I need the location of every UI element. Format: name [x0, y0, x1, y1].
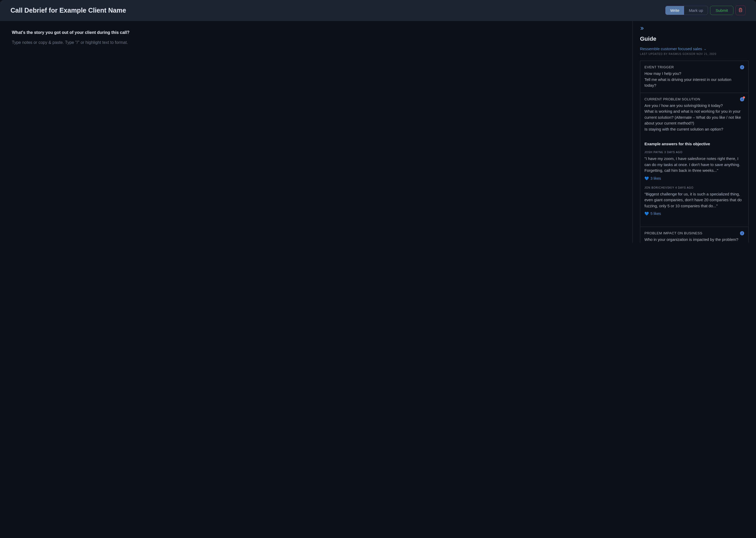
guide-link-label: Ressemble customer focused sales — [640, 46, 702, 51]
info-icon[interactable]: i — [740, 65, 744, 69]
card-text: What is working and what is not working … — [644, 108, 744, 126]
header-actions: Write Mark up Submit — [665, 6, 745, 15]
editor-prompt: What's the story you got out of your cli… — [12, 30, 621, 35]
example-item: JON BORICHEVSKIY 4 DAYS AGO "Biggest cha… — [644, 186, 744, 216]
main-content: What's the story you got out of your cli… — [0, 21, 756, 243]
chevron-down-icon: ⌄ — [704, 47, 706, 51]
info-icon[interactable]: i — [740, 231, 744, 235]
example-meta: JON BORICHEVSKIY 4 DAYS AGO — [644, 186, 744, 189]
card-label: CURRENT PROBLEM SOLUTION — [644, 97, 744, 101]
guide-meta: LAST UPDATED BY RASMUS GOKSOR NOV 21, 20… — [640, 53, 749, 55]
likes-button[interactable]: 💙 3 likes — [644, 176, 744, 181]
guide-title: Guide — [640, 35, 749, 42]
example-quote: "Biggest challenge for us, it is such a … — [644, 191, 744, 209]
heart-icon: 💙 — [644, 211, 649, 216]
page-title: Call Debrief for Example Client Name — [11, 7, 126, 14]
guide-card-problem-impact[interactable]: PROBLEM IMPACT ON BUSINESS Who in your o… — [640, 227, 749, 243]
card-label: EVENT TRIGGER — [644, 65, 744, 69]
card-text: Tell me what is driving your interest in… — [644, 77, 744, 88]
tab-write[interactable]: Write — [665, 6, 684, 15]
guide-sales-link[interactable]: Ressemble customer focused sales ⌄ — [640, 46, 749, 51]
card-text: How may I help you? — [644, 71, 744, 77]
tab-group: Write Mark up — [665, 6, 708, 15]
likes-button[interactable]: 💙 5 likes — [644, 211, 744, 216]
card-text: Are you / how are you solving/doing it t… — [644, 103, 744, 109]
example-item: JOSH PAYNE 3 DAYS AGO "I have my zoom, I… — [644, 151, 744, 181]
guide-card-current-problem[interactable]: CURRENT PROBLEM SOLUTION Are you / how a… — [640, 93, 749, 136]
example-quote: "I have my zoom, I have salesforce notes… — [644, 156, 744, 174]
submit-button[interactable]: Submit — [710, 6, 733, 15]
delete-button[interactable] — [735, 6, 745, 15]
examples-title: Example answers for this objective — [644, 141, 744, 146]
examples-section: Example answers for this objective JOSH … — [640, 136, 749, 227]
card-text: Is staying with the current solution an … — [644, 126, 744, 133]
info-icon[interactable]: i — [740, 97, 744, 101]
heart-icon: 💙 — [644, 176, 649, 181]
header: Call Debrief for Example Client Name Wri… — [0, 0, 756, 21]
guide-card-event-trigger[interactable]: EVENT TRIGGER How may I help you? Tell m… — [640, 61, 749, 93]
card-text: Who in your organization is impacted by … — [644, 237, 744, 243]
likes-count: 5 likes — [650, 211, 661, 216]
editor-panel: What's the story you got out of your cli… — [0, 21, 633, 243]
expand-icon[interactable] — [640, 26, 749, 32]
card-label: PROBLEM IMPACT ON BUSINESS — [644, 231, 744, 235]
tab-markup[interactable]: Mark up — [684, 6, 708, 15]
trash-icon — [738, 8, 743, 13]
example-meta: JOSH PAYNE 3 DAYS AGO — [644, 151, 744, 154]
likes-count: 3 likes — [650, 176, 661, 181]
app-container: Call Debrief for Example Client Name Wri… — [0, 0, 756, 243]
guide-panel: Guide Ressemble customer focused sales ⌄… — [633, 21, 756, 243]
editor-area[interactable]: Type notes or copy & paste. Type "/" or … — [12, 40, 621, 45]
